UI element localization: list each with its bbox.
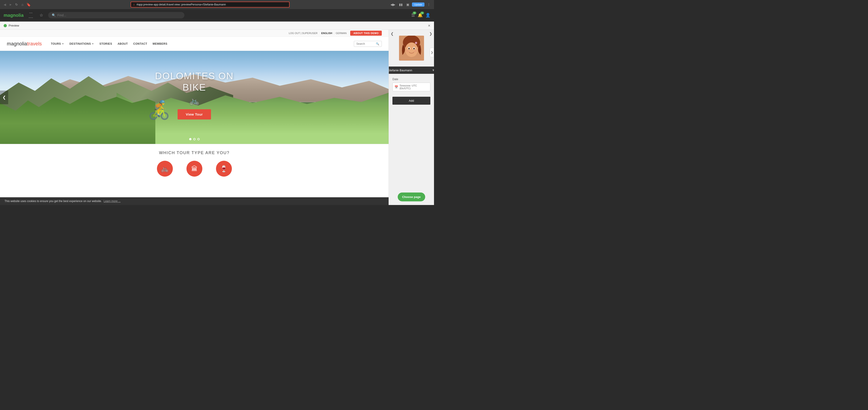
tour-icon-wine[interactable]: 🍷	[216, 161, 232, 177]
persona-name: Stefanie Baumann	[389, 69, 431, 72]
timezone-text: Timezone: UTC (Etc/UTC)	[400, 84, 428, 90]
tours-dropdown-arrow: ▼	[62, 43, 64, 45]
timezone-field[interactable]: 📅 Timezone: UTC (Etc/UTC)	[393, 83, 430, 91]
user-button[interactable]: 👤	[425, 13, 430, 18]
travel-search-bar[interactable]: 🔍	[354, 41, 382, 47]
view-tour-button[interactable]: View Tour	[178, 109, 211, 119]
cookie-learn-more-link[interactable]: Learn more ...	[103, 199, 121, 203]
preview-bar: Preview ×	[0, 22, 434, 30]
search-icon[interactable]: 🔍	[376, 42, 379, 45]
tour-icon-bike[interactable]: 🚲	[157, 161, 173, 177]
persona-name-row: Stefanie Baumann ▼	[389, 66, 434, 74]
hero-content: DOLOMITES ON BIKE 🚲 View Tour	[155, 70, 234, 119]
search-input[interactable]	[356, 42, 374, 45]
nav-link-tours[interactable]: TOURS ▼	[51, 42, 64, 45]
back-button[interactable]: ◀	[3, 2, 7, 7]
travel-site: LOG OUT | SUPERUSER ENGLISH | GERMAN ABO…	[0, 30, 389, 205]
tour-type-icons: 🚲 🏛 🍷	[7, 161, 382, 177]
browser-chrome: ◀ ► ↻ ⌂ 🔖 ⚠ #app:preview-app:detail;/tra…	[0, 0, 434, 9]
find-icon: 🔍	[52, 13, 56, 17]
tour-type-section: WHICH TOUR TYPE ARE YOU? 🚲 🏛 🍷	[0, 144, 389, 183]
security-icon: ⚠	[133, 3, 135, 6]
magnolia-topbar: magnolia ∙∙∙∙∙∙∙ ☆ 🔍 ☰ 0 🔔 0 👤	[0, 9, 434, 22]
home-button[interactable]: ⌂	[21, 2, 25, 7]
add-button[interactable]: Add	[393, 97, 430, 105]
calendar-icon: 📅	[395, 85, 398, 89]
cookie-bar: This website uses cookies to ensure you …	[0, 197, 389, 205]
svg-point-7	[406, 50, 409, 52]
tasks-button[interactable]: ☰ 0	[411, 13, 415, 18]
overflow-icon[interactable]: ⋮	[426, 2, 431, 7]
nav-link-contact[interactable]: CONTACT	[133, 42, 147, 45]
preview-close-button[interactable]: ×	[428, 23, 430, 28]
apps-button[interactable]: ∙∙∙∙∙∙∙	[27, 9, 34, 21]
date-label: Date	[393, 77, 430, 81]
svg-point-2	[405, 42, 418, 57]
destinations-dropdown-arrow: ▼	[92, 43, 94, 45]
svg-point-8	[414, 50, 417, 52]
notifications-button[interactable]: 🔔 0	[417, 13, 423, 18]
nav-right: 🔍	[354, 41, 382, 47]
address-bar[interactable]: ⚠ #app:preview-app:detail;/travel:view::…	[131, 2, 289, 7]
lang-english[interactable]: ENGLISH	[321, 32, 332, 34]
preview-label: Preview	[9, 24, 19, 27]
logo-travels: travels	[27, 41, 42, 46]
about-demo-button[interactable]: ABOUT THIS DEMO	[350, 31, 382, 36]
notifications-badge: 0	[421, 11, 424, 14]
cookie-message: This website uses cookies to ensure you …	[4, 199, 102, 203]
persona-prev-button[interactable]: ❮	[391, 32, 394, 36]
date-section: Date 📅 Timezone: UTC (Etc/UTC)	[389, 74, 434, 95]
sidebar-icon[interactable]: ▮▮	[398, 2, 404, 7]
main-layout: LOG OUT | SUPERUSER ENGLISH | GERMAN ABO…	[0, 30, 434, 205]
hero-title: DOLOMITES ON BIKE	[155, 70, 234, 93]
persona-photo-container	[393, 36, 430, 61]
forward-button[interactable]: ►	[9, 2, 13, 7]
hero-title-line1: DOLOMITES ON	[155, 70, 234, 82]
right-panel: ❯ ❮ ❯	[389, 30, 434, 205]
nav-link-members[interactable]: MEMBERS	[153, 42, 167, 45]
tour-icon-cultural[interactable]: 🏛	[186, 161, 203, 177]
travel-nav-links: TOURS ▼ DESTINATIONS ▼ STORIES ABOUT CON…	[51, 42, 167, 45]
persona-next-button[interactable]: ❯	[429, 32, 432, 36]
lang-section: ENGLISH | GERMAN	[321, 32, 347, 34]
magnolia-logo: magnolia	[4, 13, 24, 18]
nav-link-stories[interactable]: STORIES	[99, 42, 112, 45]
find-input[interactable]	[58, 13, 181, 17]
hero-bike-icon: 🚲	[155, 96, 234, 105]
choose-page-button[interactable]: Choose page	[398, 192, 425, 201]
browser-actions: ◀▶ ▮▮ ▣ Update ⋮	[390, 2, 431, 7]
extensions-icon[interactable]: ◀▶	[390, 2, 396, 7]
preview-dot	[4, 24, 7, 27]
tasks-badge: 0	[413, 11, 416, 14]
lang-separator: |	[334, 32, 334, 34]
logout-text[interactable]: LOG OUT | SUPERUSER	[289, 32, 317, 34]
hero-title-line2: BIKE	[155, 82, 234, 93]
screenshot-icon[interactable]: ▣	[405, 2, 410, 7]
svg-point-6	[413, 48, 415, 50]
persona-dropdown-button[interactable]: ▼	[432, 68, 434, 72]
find-bar[interactable]: 🔍	[48, 12, 184, 19]
carousel-dot-2[interactable]	[193, 138, 195, 140]
hero-slider: 🚴 DOLOMITES ON BIKE 🚲 View Tour ❮	[0, 51, 389, 144]
logo-magnolia-part: magnolia	[4, 13, 24, 18]
persona-avatar	[399, 36, 424, 61]
superuser-bar: LOG OUT | SUPERUSER ENGLISH | GERMAN ABO…	[0, 30, 389, 37]
carousel-prev-button[interactable]: ❮	[0, 91, 8, 104]
favorites-button[interactable]: ☆	[38, 11, 44, 19]
svg-point-5	[408, 48, 410, 50]
carousel-dots	[189, 138, 199, 140]
travel-logo: magnoliatravels	[7, 41, 42, 47]
carousel-dot-3[interactable]	[197, 138, 199, 140]
travel-nav: magnoliatravels TOURS ▼ DESTINATIONS ▼ S…	[0, 37, 389, 51]
logo-magnolia: magnolia	[7, 41, 27, 46]
refresh-button[interactable]: ↻	[14, 2, 19, 7]
tour-type-title: WHICH TOUR TYPE ARE YOU?	[7, 151, 382, 155]
update-button[interactable]: Update	[412, 2, 425, 7]
nav-link-about[interactable]: ABOUT	[118, 42, 128, 45]
lang-german[interactable]: GERMAN	[336, 32, 347, 34]
svg-point-10	[415, 42, 416, 43]
carousel-dot-1[interactable]	[189, 138, 191, 140]
nav-link-destinations[interactable]: DESTINATIONS ▼	[69, 42, 94, 45]
bookmark-icon: 🔖	[26, 2, 31, 7]
address-url: #app:preview-app:detail;/travel:view::pr…	[136, 3, 226, 6]
